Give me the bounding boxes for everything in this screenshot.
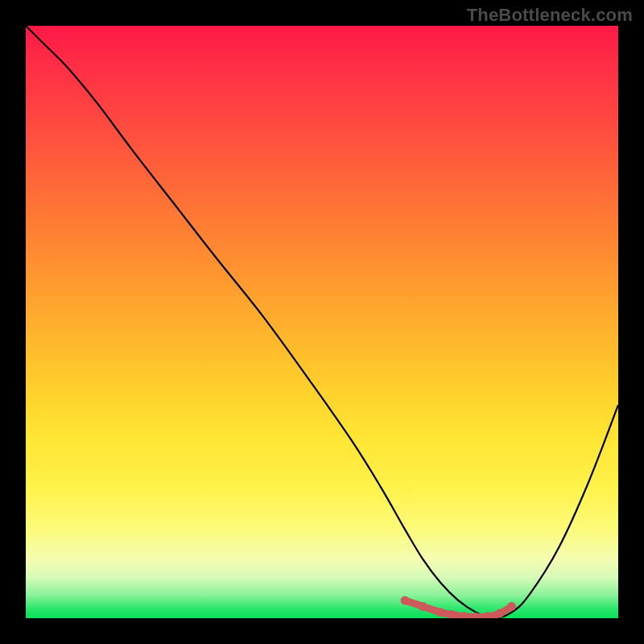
curve-layer xyxy=(26,26,618,618)
chart-frame: TheBottleneck.com xyxy=(0,0,644,644)
marker-dot xyxy=(495,609,504,618)
watermark-text: TheBottleneck.com xyxy=(467,5,633,26)
marker-dot xyxy=(507,602,516,611)
marker-dot xyxy=(436,608,445,617)
plot-area xyxy=(26,26,618,618)
bottleneck-curve xyxy=(26,26,618,618)
marker-dot xyxy=(419,602,427,611)
marker-dot xyxy=(401,596,410,605)
